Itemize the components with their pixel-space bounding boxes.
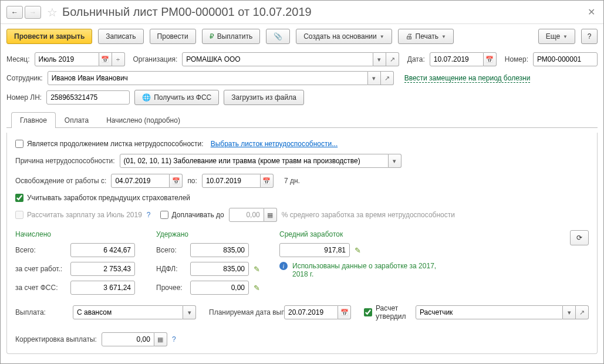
chevron-down-icon[interactable]: ▾ bbox=[183, 305, 196, 319]
calculator-icon[interactable]: ▦ bbox=[264, 208, 277, 222]
calendar-icon[interactable]: 📅 bbox=[99, 52, 112, 66]
chevron-down-icon[interactable]: ▾ bbox=[373, 52, 386, 66]
print-button[interactable]: 🖨Печать▼ bbox=[398, 29, 454, 44]
payment-type-input[interactable] bbox=[73, 305, 183, 319]
refresh-button[interactable]: ⟳ bbox=[570, 230, 589, 245]
recalc-salary-label: Рассчитать зарплату за Июль 2019 bbox=[27, 211, 142, 219]
month-label: Месяц: bbox=[6, 55, 30, 63]
withheld-total-input[interactable] bbox=[190, 243, 249, 257]
chevron-down-icon[interactable]: ▾ bbox=[563, 305, 576, 319]
attach-button[interactable]: 📎 bbox=[266, 29, 290, 44]
ndfl-input[interactable] bbox=[190, 262, 249, 276]
stepper-icon[interactable]: ÷ bbox=[112, 52, 125, 66]
refresh-icon: ⟳ bbox=[576, 234, 582, 242]
create-based-on-button[interactable]: Создать на основании▼ bbox=[296, 29, 392, 44]
chevron-down-icon: ▼ bbox=[563, 34, 568, 39]
number-input[interactable] bbox=[533, 52, 598, 66]
correction-label: Корректировка выплаты: bbox=[15, 335, 97, 343]
edit-icon[interactable]: ✎ bbox=[254, 265, 260, 274]
pay-up-label: Доплачивать до bbox=[172, 211, 224, 219]
other-input[interactable] bbox=[190, 281, 249, 295]
post-and-close-button[interactable]: Провести и закрыть bbox=[6, 29, 92, 44]
pay-button[interactable]: ₽Выплатить bbox=[202, 29, 261, 44]
tab-accrued[interactable]: Начислено (подробно) bbox=[97, 112, 189, 128]
calendar-icon[interactable]: 📅 bbox=[170, 174, 183, 188]
save-button[interactable]: Записать bbox=[98, 29, 143, 44]
avg-earnings-input[interactable] bbox=[279, 243, 350, 257]
planned-date-label: Планируемая дата выплаты: bbox=[209, 308, 279, 316]
load-from-file-button[interactable]: Загрузить из файла bbox=[224, 90, 304, 105]
post-button[interactable]: Провести bbox=[150, 29, 196, 44]
accrued-total-input[interactable] bbox=[70, 243, 135, 257]
withheld-header: Удержано bbox=[156, 230, 262, 238]
fss-input[interactable] bbox=[70, 281, 135, 295]
select-sheet-link[interactable]: Выбрать листок нетрудоспособности... bbox=[211, 140, 338, 148]
planned-date-input[interactable] bbox=[284, 305, 338, 319]
calendar-icon[interactable]: 📅 bbox=[484, 52, 497, 66]
favorite-star-icon[interactable]: ☆ bbox=[47, 5, 58, 19]
chevron-down-icon: ▼ bbox=[441, 34, 446, 39]
cash-icon: ₽ bbox=[210, 32, 214, 41]
chevron-down-icon[interactable]: ▾ bbox=[389, 154, 401, 168]
printer-icon: 🖨 bbox=[406, 32, 413, 41]
ndfl-label: НДФЛ: bbox=[156, 265, 185, 273]
to-label: по: bbox=[187, 177, 197, 185]
tab-main[interactable]: Главное bbox=[11, 112, 56, 128]
other-label: Прочее: bbox=[156, 284, 185, 292]
window-title: Больничный лист РМ00-000001 от 10.07.201… bbox=[62, 5, 585, 19]
open-ref-icon[interactable]: ↗ bbox=[386, 52, 399, 66]
avg-header: Средний заработок bbox=[279, 230, 343, 238]
help-button[interactable]: ? bbox=[581, 29, 598, 44]
help-icon[interactable]: ? bbox=[172, 335, 176, 343]
pay-up-suffix: % среднего заработка за время нетрудоспо… bbox=[282, 211, 455, 219]
continuation-checkbox[interactable] bbox=[15, 140, 23, 148]
recalc-salary-checkbox bbox=[15, 211, 23, 219]
nav-forward-button[interactable]: → bbox=[25, 6, 41, 19]
fss-label: за счет ФСС: bbox=[15, 284, 66, 292]
pay-up-input[interactable] bbox=[229, 208, 264, 222]
nav-back-button[interactable]: ← bbox=[6, 6, 23, 19]
substitution-link[interactable]: Ввести замещение на период болезни bbox=[404, 74, 531, 83]
close-icon[interactable]: ✕ bbox=[585, 4, 598, 20]
globe-icon: 🌐 bbox=[142, 93, 151, 102]
date-to-input[interactable] bbox=[202, 174, 261, 188]
payment-label: Выплата: bbox=[15, 308, 68, 316]
date-input[interactable] bbox=[430, 52, 484, 66]
chevron-down-icon: ▼ bbox=[380, 34, 384, 39]
prev-employers-checkbox[interactable] bbox=[15, 194, 23, 202]
continuation-label: Является продолжением листка нетрудоспос… bbox=[27, 140, 204, 148]
withheld-total-label: Всего: bbox=[156, 246, 185, 254]
date-from-input[interactable] bbox=[111, 174, 170, 188]
organization-input[interactable] bbox=[182, 52, 373, 66]
help-icon[interactable]: ? bbox=[147, 211, 151, 219]
edit-icon[interactable]: ✎ bbox=[254, 284, 260, 292]
org-label: Организация: bbox=[133, 55, 178, 63]
employee-input[interactable] bbox=[48, 71, 368, 85]
calendar-icon[interactable]: 📅 bbox=[338, 305, 351, 319]
total-label: Всего: bbox=[15, 246, 66, 254]
prev-employers-label: Учитывать заработок предыдущих страховат… bbox=[27, 194, 190, 202]
info-icon: i bbox=[279, 262, 288, 270]
reason-input[interactable] bbox=[120, 154, 389, 168]
ln-number-input[interactable] bbox=[46, 90, 130, 105]
edit-icon[interactable]: ✎ bbox=[355, 246, 361, 255]
pay-up-checkbox[interactable] bbox=[160, 211, 168, 219]
days-label: 7 дн. bbox=[284, 177, 300, 185]
chevron-down-icon[interactable]: ▾ bbox=[368, 71, 381, 85]
get-from-fss-button[interactable]: 🌐Получить из ФСС bbox=[134, 90, 219, 105]
open-ref-icon[interactable]: ↗ bbox=[576, 305, 589, 319]
employee-label: Сотрудник: bbox=[6, 74, 43, 82]
ln-label: Номер ЛН: bbox=[6, 93, 42, 102]
tab-payment[interactable]: Оплата bbox=[56, 112, 97, 128]
reason-label: Причина нетрудоспособности: bbox=[15, 157, 115, 165]
approved-checkbox[interactable] bbox=[364, 308, 372, 316]
more-button[interactable]: Еще▼ bbox=[538, 29, 575, 44]
employer-input[interactable] bbox=[70, 262, 135, 276]
calendar-icon[interactable]: 📅 bbox=[261, 174, 274, 188]
paperclip-icon: 📎 bbox=[274, 32, 282, 41]
open-ref-icon[interactable]: ↗ bbox=[381, 71, 394, 85]
calculator-icon[interactable]: ▦ bbox=[154, 332, 167, 346]
correction-input[interactable] bbox=[102, 332, 154, 346]
approved-by-input[interactable] bbox=[416, 305, 563, 319]
month-input[interactable] bbox=[35, 52, 99, 66]
